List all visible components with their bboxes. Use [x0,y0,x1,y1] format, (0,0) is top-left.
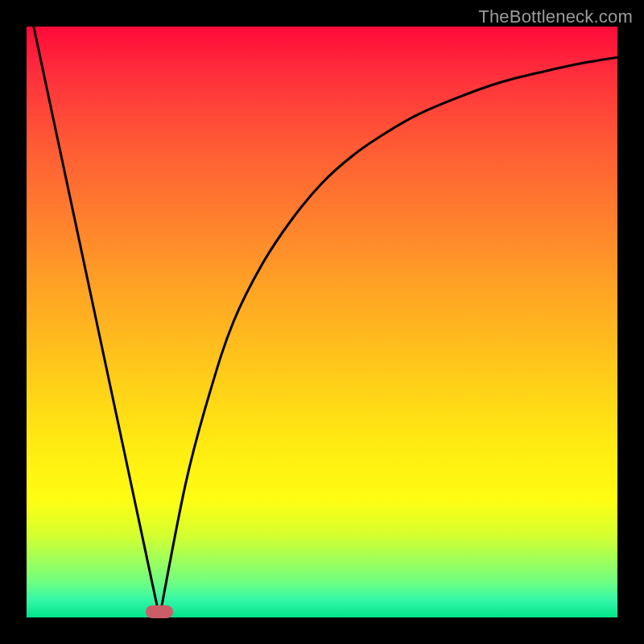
minimum-marker [146,605,173,618]
watermark-text: TheBottleneck.com [478,6,633,27]
plot-area [27,27,617,617]
chart-frame: TheBottleneck.com [0,0,644,644]
bottleneck-curve [27,27,617,617]
